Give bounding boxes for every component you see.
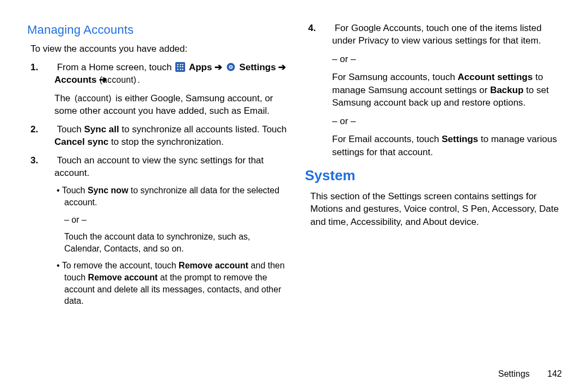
step-1: 1. From a Home screen, touch Apps ➔ Sett… (42, 61, 289, 87)
bullet-remove-account: • To remove the account, touch Remove ac… (57, 260, 289, 307)
text: The (54, 93, 70, 103)
account-placeholder: (account) (75, 92, 112, 105)
step-number: 3. (42, 154, 54, 167)
step-number: 2. (42, 123, 54, 136)
text: to stop the synchronization. (108, 137, 224, 147)
settings-icon (226, 62, 236, 72)
settings-bold-label: Settings (442, 134, 478, 144)
step-4: 4. For Google Accounts, touch one of the… (320, 22, 566, 47)
accounts-label: Accounts (54, 75, 96, 85)
account-settings-label: Account settings (458, 72, 533, 82)
step-number: 4. (320, 22, 332, 34)
footer-page-number: 142 (547, 369, 562, 378)
step-number: 1. (42, 61, 54, 74)
page: Managing Accounts To view the accounts y… (0, 0, 588, 392)
text: Touch (62, 186, 88, 195)
step-2: 2. Touch Sync all to synchronize all acc… (42, 123, 289, 149)
step-4-samsung: For Samsung accounts, touch Account sett… (332, 71, 566, 109)
right-column: 4. For Google Accounts, touch one of the… (305, 22, 566, 376)
step-1-pretext: From a Home screen, touch (57, 62, 172, 72)
text: For Google Accounts, touch one of the it… (332, 23, 542, 46)
text: For Email accounts, touch (332, 134, 442, 144)
remove-account-label: Remove account (88, 273, 158, 282)
text: to synchronize all accounts listed. Touc… (119, 124, 287, 134)
text: For Samsung accounts, touch (332, 72, 458, 82)
heading-system: System (305, 166, 566, 186)
svg-point-2 (230, 66, 231, 68)
or-separator: – or – (64, 214, 289, 226)
step-3: 3. Touch an account to view the sync set… (42, 154, 289, 180)
text: Touch (57, 124, 84, 134)
or-separator: – or – (332, 53, 566, 65)
cancel-sync-label: Cancel sync (54, 137, 108, 147)
settings-label: Settings (240, 62, 276, 72)
sync-now-label: Sync now (88, 186, 128, 195)
text: Touch an account to view the sync settin… (54, 155, 264, 178)
text: To remove the account, touch (62, 261, 179, 270)
system-body: This section of the Settings screen cont… (310, 190, 566, 228)
apps-label: Apps (189, 62, 212, 72)
footer-section: Settings (498, 369, 530, 378)
intro-text: To view the accounts you have added: (30, 42, 289, 55)
remove-account-label: Remove account (179, 261, 248, 270)
backup-label: Backup (490, 85, 523, 95)
arrow-icon: ➔ (215, 62, 222, 72)
step-4-email: For Email accounts, touch Settings to ma… (332, 133, 566, 158)
bullet-sync-now: • Touch Sync now to synchronize all data… (57, 185, 289, 208)
apps-icon (175, 62, 185, 72)
bullet-sync-data: Touch the account data to synchronize, s… (64, 231, 289, 254)
arrow-icon: ➔ (278, 62, 286, 72)
step-1-cont: The (account) is either Google, Samsung … (54, 92, 289, 118)
or-separator: – or – (332, 115, 566, 127)
heading-managing-accounts: Managing Accounts (27, 22, 289, 38)
account-placeholder: (account) (111, 74, 136, 86)
sync-all-label: Sync all (84, 124, 119, 134)
left-column: Managing Accounts To view the accounts y… (27, 22, 289, 376)
page-footer: Settings 142 (498, 368, 562, 380)
